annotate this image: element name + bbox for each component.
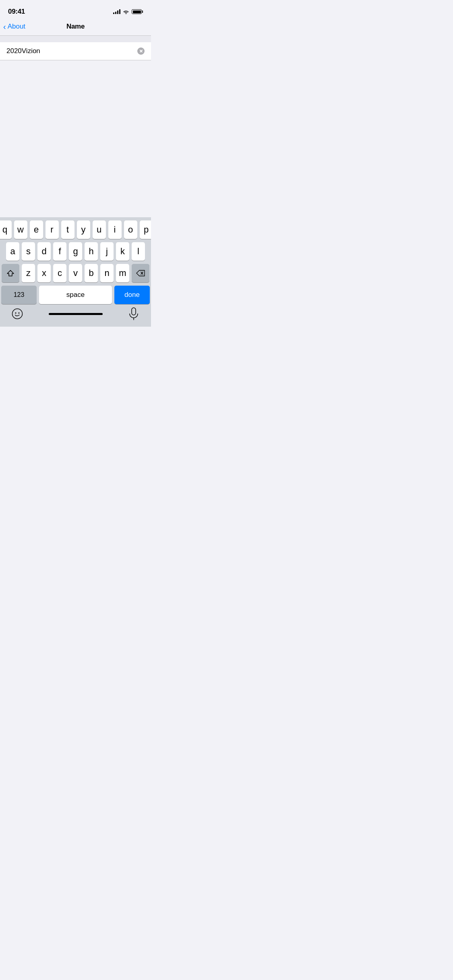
- key-k[interactable]: k: [116, 242, 129, 261]
- keyboard-bottom-bar: [1, 304, 150, 325]
- shift-key[interactable]: [2, 264, 19, 282]
- shift-icon: [7, 270, 14, 277]
- key-w[interactable]: w: [14, 220, 27, 239]
- back-label: About: [8, 23, 25, 31]
- key-r[interactable]: r: [46, 220, 59, 239]
- key-h[interactable]: h: [85, 242, 98, 261]
- key-m[interactable]: m: [116, 264, 129, 282]
- microphone-icon: [129, 307, 139, 320]
- key-n[interactable]: n: [100, 264, 114, 282]
- svg-rect-5: [132, 308, 136, 315]
- content-separator: [0, 36, 151, 42]
- key-s[interactable]: s: [22, 242, 35, 261]
- svg-point-2: [12, 309, 23, 319]
- key-e[interactable]: e: [30, 220, 43, 239]
- status-icons: [113, 9, 143, 14]
- navigation-bar: ‹ About Name: [0, 18, 151, 35]
- page-title: Name: [66, 23, 85, 31]
- chevron-left-icon: ‹: [3, 23, 6, 31]
- key-b[interactable]: b: [85, 264, 98, 282]
- wifi-icon: [123, 9, 129, 14]
- done-key[interactable]: done: [114, 286, 150, 304]
- keyboard-row-4: 123 space done: [1, 286, 150, 304]
- name-field-row[interactable]: [0, 42, 151, 60]
- keyboard-row-1: q w e r t y u i o p: [1, 220, 150, 239]
- emoji-button[interactable]: [9, 306, 25, 322]
- clear-button[interactable]: [137, 47, 145, 55]
- key-q[interactable]: q: [0, 220, 12, 239]
- key-l[interactable]: l: [132, 242, 145, 261]
- backspace-icon: [136, 270, 145, 276]
- key-t[interactable]: t: [61, 220, 74, 239]
- key-p[interactable]: p: [140, 220, 151, 239]
- space-key[interactable]: space: [39, 286, 112, 304]
- key-g[interactable]: g: [69, 242, 82, 261]
- name-input[interactable]: [6, 47, 134, 55]
- key-i[interactable]: i: [108, 220, 122, 239]
- key-a[interactable]: a: [6, 242, 19, 261]
- keyboard-row-3: z x c v b n m: [1, 264, 150, 282]
- key-o[interactable]: o: [124, 220, 137, 239]
- signal-icon: [113, 9, 120, 14]
- key-y[interactable]: y: [77, 220, 90, 239]
- key-c[interactable]: c: [53, 264, 66, 282]
- keyboard-row-2: a s d f g h j k l: [1, 242, 150, 261]
- numbers-key[interactable]: 123: [1, 286, 37, 304]
- key-f[interactable]: f: [53, 242, 66, 261]
- status-bar: 09:41: [0, 0, 151, 18]
- keyboard[interactable]: q w e r t y u i o p a s d f g h j k l z …: [0, 217, 151, 327]
- key-u[interactable]: u: [93, 220, 106, 239]
- svg-point-4: [19, 313, 20, 314]
- emoji-icon: [12, 308, 23, 319]
- status-time: 09:41: [8, 8, 25, 16]
- key-v[interactable]: v: [69, 264, 82, 282]
- key-d[interactable]: d: [37, 242, 51, 261]
- battery-icon: [132, 9, 143, 14]
- key-x[interactable]: x: [37, 264, 51, 282]
- key-z[interactable]: z: [22, 264, 35, 282]
- delete-key[interactable]: [132, 264, 149, 282]
- svg-point-3: [15, 313, 17, 314]
- microphone-button[interactable]: [126, 306, 142, 322]
- back-button[interactable]: ‹ About: [3, 23, 25, 31]
- home-indicator: [49, 313, 103, 315]
- key-j[interactable]: j: [100, 242, 114, 261]
